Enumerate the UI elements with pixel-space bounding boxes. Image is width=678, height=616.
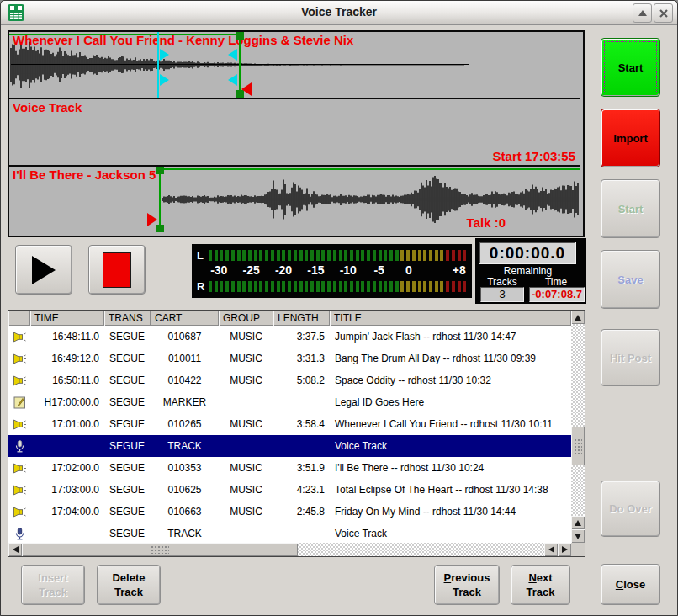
marker-note-icon bbox=[13, 396, 27, 410]
log-row[interactable]: 17:02:00.0SEGUE010353MUSIC3:51.9I'll Be … bbox=[8, 457, 571, 479]
vertical-scrollbar-track[interactable] bbox=[571, 324, 585, 516]
cell-group: MUSIC bbox=[219, 479, 273, 501]
speaker-icon bbox=[13, 330, 27, 344]
track1-talk-handle-top[interactable] bbox=[160, 49, 169, 61]
speaker-icon bbox=[13, 505, 27, 519]
meter-segment bbox=[316, 250, 320, 261]
log-row[interactable]: 17:04:00.0SEGUE010663MUSIC2:45.8Friday O… bbox=[8, 501, 571, 523]
meter-segment bbox=[440, 250, 443, 261]
horizontal-scrollbar[interactable] bbox=[8, 543, 571, 556]
track1-talk-handle-bottom[interactable] bbox=[160, 74, 169, 86]
log-row[interactable]: 16:48:11.0SEGUE010687MUSIC3:37.5Jumpin' … bbox=[8, 326, 571, 348]
meter-segment bbox=[299, 281, 303, 292]
column-header-trans[interactable]: TRANS bbox=[104, 311, 151, 326]
next-track-button[interactable]: NextTrack bbox=[511, 565, 570, 605]
shade-button[interactable] bbox=[633, 3, 652, 23]
meter-segment bbox=[271, 250, 274, 261]
cell-cart: 010353 bbox=[151, 457, 219, 479]
meter-segment bbox=[209, 250, 212, 261]
meter-segment bbox=[277, 250, 280, 261]
scroll-right-button[interactable] bbox=[558, 543, 571, 556]
cell-trans: SEGUE bbox=[104, 435, 151, 457]
start-record-button[interactable]: Start bbox=[601, 38, 660, 97]
meter-segment bbox=[440, 281, 443, 292]
track3-start-pointer[interactable] bbox=[147, 213, 157, 226]
horizontal-scrollbar-track[interactable] bbox=[298, 543, 544, 556]
log-row[interactable]: H17:00:00.0SEGUEMARKERLegal ID Goes Here bbox=[8, 391, 571, 413]
meter-segment bbox=[463, 250, 466, 261]
meter-segment bbox=[429, 281, 432, 292]
close-window-button[interactable] bbox=[654, 3, 673, 23]
import-button[interactable]: Import bbox=[601, 109, 660, 167]
track1-title: Whenever I Call You Friend - Kenny Loggi… bbox=[13, 33, 353, 47]
cell-time bbox=[30, 523, 104, 543]
column-header-length[interactable]: LENGTH bbox=[273, 311, 330, 326]
scroll-down-button[interactable] bbox=[571, 529, 585, 543]
meter-segment bbox=[225, 281, 229, 292]
scroll-left-button[interactable] bbox=[8, 543, 22, 556]
cell-time: H17:00:00.0 bbox=[30, 391, 104, 413]
scroll-up-button-2[interactable] bbox=[571, 516, 585, 529]
cell-title: Legal ID Goes Here bbox=[330, 391, 571, 413]
column-header-cart[interactable]: CART bbox=[151, 311, 219, 326]
log-row[interactable]: 16:50:11.0SEGUE010422MUSIC5:08.2Space Od… bbox=[8, 369, 571, 391]
track1-end-handle-top[interactable] bbox=[228, 49, 237, 61]
log-row[interactable]: 17:03:00.0SEGUE010625MUSIC4:23.1Total Ec… bbox=[8, 479, 571, 501]
meter-segment bbox=[327, 281, 331, 292]
cell-length bbox=[273, 523, 330, 543]
log-row[interactable]: SEGUETRACKVoice Track bbox=[8, 435, 571, 457]
microphone-icon bbox=[13, 439, 27, 454]
scroll-up-button[interactable] bbox=[571, 311, 585, 324]
meter-segment bbox=[423, 281, 426, 292]
track-region-2[interactable]: Voice Track Start 17:03:55 bbox=[9, 98, 580, 165]
column-header-icon[interactable] bbox=[8, 311, 30, 326]
log-row[interactable]: SEGUETRACKVoice Track bbox=[8, 523, 571, 543]
close-button[interactable]: Close bbox=[601, 564, 660, 605]
track1-segue-marker-line[interactable] bbox=[239, 32, 241, 98]
previous-track-button[interactable]: PreviousTrack bbox=[434, 565, 500, 605]
meter-segment bbox=[215, 281, 218, 292]
meter-segment bbox=[446, 281, 449, 292]
log-row[interactable]: 17:01:00.0SEGUE010265MUSIC3:58.4Whenever… bbox=[8, 413, 571, 435]
meter-left-segments bbox=[209, 250, 467, 261]
row-icon bbox=[8, 413, 30, 435]
meter-segment bbox=[384, 281, 387, 292]
track-region-1[interactable]: Whenever I Call You Friend - Kenny Loggi… bbox=[9, 32, 580, 98]
delete-track-button[interactable]: DeleteTrack bbox=[97, 565, 161, 605]
cell-trans: SEGUE bbox=[104, 326, 151, 348]
meter-segment bbox=[225, 250, 229, 261]
cell-length bbox=[273, 435, 330, 457]
meter-segment bbox=[305, 250, 308, 261]
meter-segment bbox=[288, 281, 291, 292]
stop-button[interactable] bbox=[88, 245, 146, 295]
meter-segment bbox=[237, 250, 241, 261]
column-header-group[interactable]: GROUP bbox=[219, 311, 273, 326]
tracks-remaining-value: 3 bbox=[480, 287, 524, 302]
save-button: Save bbox=[601, 250, 660, 309]
track1-end-handle-bottom[interactable] bbox=[228, 74, 237, 86]
meter-segment bbox=[373, 281, 376, 292]
scroll-left-button-2[interactable] bbox=[544, 543, 558, 556]
row-icon bbox=[8, 369, 30, 391]
vertical-scrollbar[interactable] bbox=[571, 311, 585, 543]
track1-talk-marker-line[interactable] bbox=[157, 32, 159, 98]
meter-segment bbox=[452, 250, 455, 261]
cell-title: Voice Track bbox=[330, 435, 571, 457]
track3-start-marker-line[interactable] bbox=[159, 167, 161, 232]
play-button[interactable] bbox=[15, 245, 72, 295]
log-row[interactable]: 16:49:12.0SEGUE010011MUSIC3:31.3Bang The… bbox=[8, 348, 571, 369]
cell-trans: SEGUE bbox=[104, 501, 151, 523]
cell-group: MUSIC bbox=[219, 457, 273, 479]
vertical-scrollbar-thumb[interactable] bbox=[571, 427, 585, 465]
speaker-icon bbox=[13, 352, 27, 366]
horizontal-scrollbar-thumb[interactable] bbox=[22, 543, 298, 556]
log-table: TIMETRANSCARTGROUPLENGTHTITLE 16:48:11.0… bbox=[8, 310, 585, 557]
column-header-title[interactable]: TITLE bbox=[330, 311, 571, 326]
column-header-time[interactable]: TIME bbox=[30, 311, 104, 326]
track-region-3[interactable]: I'll Be There - Jackson 5 Talk :0 bbox=[9, 165, 580, 232]
meter-segment bbox=[333, 281, 336, 292]
track3-start-handle-top[interactable] bbox=[156, 167, 164, 174]
meter-segment bbox=[395, 250, 399, 261]
track1-segue-handle-top[interactable] bbox=[236, 32, 244, 40]
track1-start-pointer[interactable] bbox=[241, 82, 252, 96]
